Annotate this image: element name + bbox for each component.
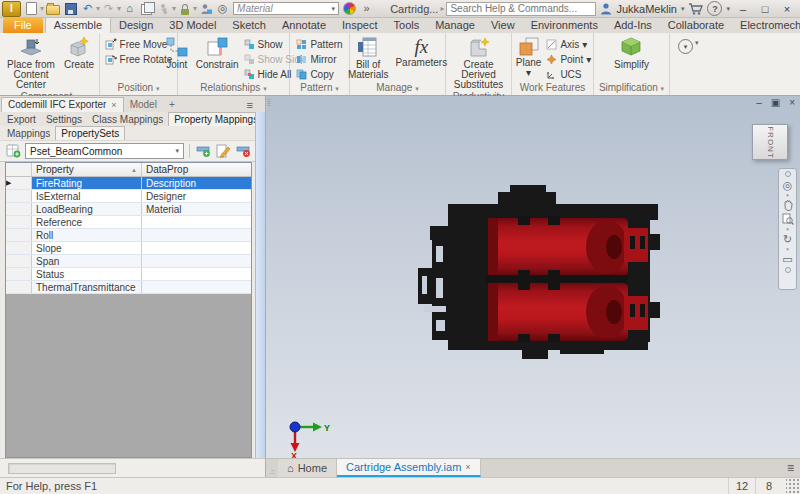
group-label-work-features[interactable]: Work Features [512, 82, 593, 95]
qat-overflow-button[interactable]: » [360, 2, 373, 16]
pset-combobox[interactable]: Pset_BeamCommon ▾ [25, 143, 184, 159]
load-pset-button[interactable] [5, 144, 21, 159]
bill-of-materials-button[interactable]: Bill of Materials [346, 35, 391, 81]
tab-sketch[interactable]: Sketch [224, 18, 274, 33]
tab-3d-model[interactable]: 3D Model [161, 18, 224, 33]
3d-model-cartridge-assembly[interactable] [410, 182, 665, 377]
cart-icon[interactable] [688, 3, 703, 15]
table-row[interactable]: IsExternal Designer [6, 190, 251, 203]
table-row[interactable]: ThermalTransmittance [6, 281, 251, 294]
plane-button[interactable]: Plane ▾ [514, 35, 544, 79]
tab-file[interactable]: File [3, 18, 43, 33]
joint-button[interactable]: Joint [163, 35, 191, 71]
undo-button[interactable]: ↶ [81, 2, 94, 16]
navbar-handle-icon[interactable] [785, 267, 791, 273]
axis-button[interactable]: Axis ▾ [546, 37, 591, 51]
copy-sheets-button[interactable] [140, 2, 153, 16]
close-button[interactable]: × [778, 3, 796, 15]
open-button[interactable] [46, 2, 60, 16]
tab-settings[interactable]: Settings [41, 113, 87, 126]
dock-grip-icon[interactable]: ⁞⁞ [267, 98, 270, 108]
look-at-button[interactable]: ▭ [782, 253, 792, 265]
constrain-button[interactable]: Constrain [194, 35, 241, 71]
redo-dropdown-icon[interactable]: ▾ [117, 4, 121, 13]
maximize-button[interactable]: □ [756, 3, 774, 15]
table-row[interactable]: Span [6, 255, 251, 268]
zoom-button[interactable] [782, 213, 794, 225]
steering-wheel-button[interactable]: ◎ [783, 179, 793, 191]
table-row[interactable]: LoadBearing Material [6, 203, 251, 216]
appearance-wheel-button[interactable]: ◎ [216, 2, 229, 16]
table-row[interactable]: Slope [6, 242, 251, 255]
doc-close-button[interactable]: × [789, 97, 795, 108]
mirror-button[interactable]: Mirror [296, 52, 342, 66]
help-button[interactable]: ? [707, 1, 722, 16]
user-name[interactable]: JukkaMeklin [616, 3, 677, 15]
color-wheel-icon[interactable] [343, 2, 356, 15]
group-label-manage[interactable]: Manage ▾ [350, 82, 445, 95]
group-label-relationships[interactable]: Relationships ▾ [178, 82, 289, 95]
redo-button[interactable]: ↷ [102, 2, 115, 16]
tab-add-ins[interactable]: Add-Ins [606, 18, 660, 33]
pattern-button[interactable]: Pattern [296, 37, 342, 51]
tab-manage[interactable]: Manage [427, 18, 483, 33]
help-dropdown-icon[interactable]: ▾ [726, 5, 730, 13]
tab-inspect[interactable]: Inspect [334, 18, 385, 33]
simplify-button[interactable]: Simplify [612, 35, 651, 71]
chevron-down-icon[interactable]: ▾ [786, 227, 789, 231]
panel-tab-add[interactable]: + [163, 98, 181, 112]
doc-tab-list-icon[interactable]: ≡ [787, 461, 794, 475]
table-row[interactable]: Reference [6, 216, 251, 229]
window-resize-grip[interactable] [786, 478, 800, 494]
chevron-down-icon[interactable]: ▾ [193, 4, 197, 13]
close-icon[interactable]: × [465, 462, 470, 472]
column-header-dataprop[interactable]: DataProp [142, 163, 251, 176]
delete-row-button[interactable] [235, 144, 251, 159]
return-button[interactable] [157, 2, 170, 16]
doc-tab-home[interactable]: ⌂ Home [278, 459, 337, 477]
create-derived-substitutes-button[interactable]: Create Derived Substitutes [449, 35, 508, 91]
place-from-content-center-button[interactable]: Place from Content Center [3, 35, 59, 91]
search-input[interactable] [446, 2, 596, 16]
panel-tab-model[interactable]: Model [124, 98, 163, 112]
tab-property-mappings[interactable]: Property Mappings [168, 112, 264, 126]
tab-electromechanical[interactable]: Electromechanical [732, 18, 800, 33]
tab-design[interactable]: Design [111, 18, 161, 33]
home-view-button[interactable]: ⌂ [123, 2, 136, 16]
doc-restore-button[interactable]: ▣ [771, 97, 780, 108]
group-label-simplification[interactable]: Simplification ▾ [594, 82, 669, 95]
tab-collaborate[interactable]: Collaborate [660, 18, 732, 33]
chevron-down-icon[interactable]: ▾ [786, 193, 789, 197]
column-header-property[interactable]: Property ▲ [32, 163, 142, 176]
tab-export[interactable]: Export [2, 113, 41, 126]
create-component-button[interactable]: Create [62, 35, 96, 71]
panel-scrollbar[interactable] [255, 112, 265, 458]
tab-assemble[interactable]: Assemble [45, 17, 111, 33]
new-file-button[interactable] [25, 2, 38, 16]
ribbon-appearance-toggle[interactable]: ▾ ▾ [670, 33, 699, 95]
chevron-down-icon[interactable]: ▾ [172, 4, 176, 13]
minimize-button[interactable]: – [734, 3, 752, 15]
copy-button[interactable]: Copy [296, 67, 342, 81]
point-button[interactable]: Point ▾ [546, 52, 591, 66]
save-button[interactable] [64, 2, 77, 16]
tab-view[interactable]: View [483, 18, 523, 33]
navbar-handle-icon[interactable] [785, 171, 791, 177]
tab-propertysets[interactable]: PropertySets [55, 126, 125, 140]
table-row[interactable]: Status [6, 268, 251, 281]
table-row[interactable]: ▶ FireRating Description [6, 177, 251, 190]
resize-grip-icon[interactable]: .:: [266, 459, 278, 477]
parameters-button[interactable]: fx Parameters [393, 35, 449, 69]
group-label-position[interactable]: Position ▾ [100, 82, 177, 95]
presence-button[interactable] [199, 2, 212, 16]
3d-viewport[interactable]: ⁞⁞ – ▣ × FRONT ◎ ▾ [266, 96, 800, 458]
viewcube[interactable]: FRONT [752, 124, 788, 160]
tab-environments[interactable]: Environments [523, 18, 606, 33]
tab-annotate[interactable]: Annotate [274, 18, 334, 33]
panel-tab-codemill-ifc-exporter[interactable]: Codemill IFC Exporter × [1, 97, 124, 112]
ucs-button[interactable]: UCS [546, 67, 591, 81]
chevron-down-icon[interactable]: ▾ [786, 247, 789, 251]
table-row[interactable]: Roll [6, 229, 251, 242]
user-dropdown-icon[interactable]: ▾ [681, 5, 685, 13]
update-lock-button[interactable] [178, 2, 191, 16]
